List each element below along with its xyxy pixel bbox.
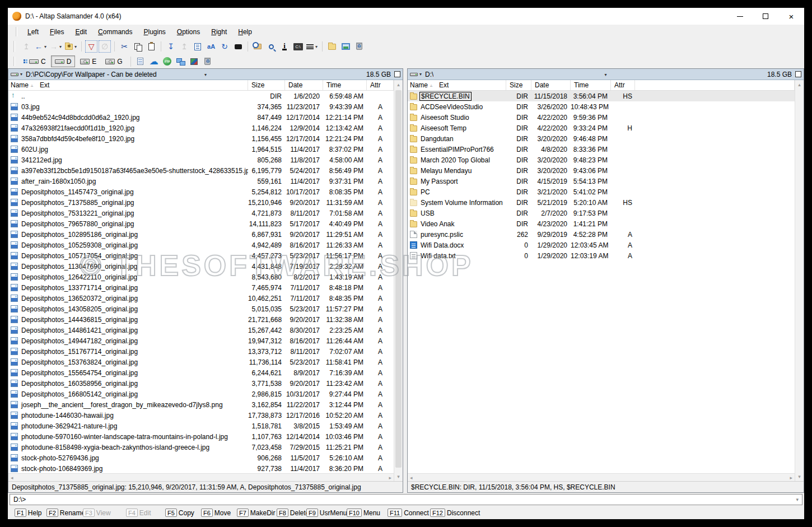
menu-commands[interactable]: Commands: [92, 26, 138, 38]
file-row[interactable]: photodune-1446030-hawaii.jpg17,738,87312…: [8, 410, 394, 421]
drive-g-button[interactable]: G: [101, 55, 126, 67]
picture-viewer-button[interactable]: [339, 40, 352, 53]
file-row[interactable]: 358a7dbbfd4d59c4befe8f10_1920.jpg1,156,4…: [8, 133, 394, 144]
cut-button[interactable]: ✂: [118, 40, 130, 53]
file-row[interactable]: My PassportDIR4/15/20195:54:13 PM: [408, 176, 795, 186]
file-row[interactable]: Depositphotos_149447182_original.jpg19,9…: [8, 335, 394, 346]
fkey-f2-rename[interactable]: F2Rename: [46, 509, 83, 517]
drive-d-button[interactable]: D: [51, 55, 76, 67]
fkey-f4-edit[interactable]: F4Edit: [126, 509, 165, 517]
scroll-down-icon[interactable]: ▾: [394, 472, 403, 481]
view-menu-button[interactable]: ▾: [305, 40, 319, 53]
column-header-name[interactable]: Name▵Ext: [408, 80, 506, 90]
scroll-right-icon[interactable]: ▸: [389, 475, 391, 481]
menu-edit[interactable]: Edit: [69, 26, 92, 38]
file-row[interactable]: PCDIR3/21/20205:41:02 PM: [408, 186, 795, 197]
file-row[interactable]: Depositphotos_166805142_original.jpg2,98…: [8, 389, 394, 399]
fkey-f8-delete[interactable]: F8Delete: [277, 509, 306, 517]
properties-button[interactable]: [192, 40, 204, 53]
file-row[interactable]: Depositphotos_102895186_original.jpg6,86…: [8, 229, 394, 240]
documents-shortcut-button[interactable]: [326, 40, 338, 53]
network-button[interactable]: [175, 55, 187, 68]
fkey-f6-move[interactable]: F6Move: [201, 509, 237, 517]
email-button[interactable]: [232, 40, 244, 53]
menu-right[interactable]: Right: [206, 26, 232, 38]
right-path-bar[interactable]: ▾ D:\ ▾ 18.5 GB: [408, 69, 804, 80]
file-row[interactable]: Depositphotos_105259308_original.jpg4,94…: [8, 240, 394, 250]
shell-window-button[interactable]: C:\: [292, 40, 304, 53]
column-header-attr[interactable]: Attr: [367, 80, 394, 90]
left-path-bar[interactable]: ▾ D:\PC\Copy\For Wallpaper - Can be dele…: [8, 69, 403, 80]
close-button[interactable]: ×: [778, 8, 804, 25]
parent-directory-button[interactable]: ↥: [20, 40, 32, 53]
file-row[interactable]: Depositphotos_144436815_original.jpg21,7…: [8, 314, 394, 325]
file-row[interactable]: ACDSeeVideoStudioDIR3/26/202010:48:43 PM: [408, 101, 795, 112]
file-row[interactable]: Depositphotos_144861421_original.jpg15,2…: [8, 325, 394, 335]
fkey-f10-menu[interactable]: F10Menu: [347, 509, 388, 517]
left-path-dropdown-icon[interactable]: ▾: [204, 72, 207, 77]
file-row[interactable]: photodune-8158498-xygia-beach-zakynthos-…: [8, 442, 394, 453]
file-row[interactable]: Depositphotos_113047690_original.jpg4,43…: [8, 261, 394, 272]
column-header-date[interactable]: Date: [531, 80, 571, 90]
file-row[interactable]: Aiseesoft StudioDIR4/22/20209:59:36 PM: [408, 112, 795, 123]
file-row[interactable]: EssentialPIMProPort766DIR4/8/20208:33:36…: [408, 144, 795, 155]
file-row[interactable]: March 2020 Top GlobalDIR3/20/20209:48:23…: [408, 155, 795, 165]
column-header-attr[interactable]: Attr: [611, 80, 635, 90]
scroll-track[interactable]: [795, 89, 804, 472]
file-row[interactable]: Video AnakDIR4/23/20201:41:21 PM: [408, 218, 795, 229]
drive-dropdown-icon[interactable]: ▾: [20, 72, 22, 77]
unpack-button[interactable]: ↥: [178, 40, 190, 53]
file-row[interactable]: after_rain-1680x1050.jpg559,16111/4/2017…: [8, 176, 394, 186]
file-row[interactable]: Depositphotos_151767714_original.jpg13,3…: [8, 346, 394, 357]
file-row[interactable]: USBDIR2/7/20209:17:53 PM: [408, 208, 795, 218]
file-row[interactable]: joseph__the_ancient__forest_dragon_by_mi…: [8, 399, 394, 410]
file-row[interactable]: 47a326938f21faecdd0f1d1b_1920.jpg1,146,2…: [8, 123, 394, 133]
column-header-size[interactable]: Size: [248, 80, 285, 90]
scroll-left-icon[interactable]: ◂: [410, 475, 413, 481]
column-header-ext[interactable]: Ext: [40, 81, 49, 89]
column-header-date[interactable]: Date: [285, 80, 323, 90]
fkey-f1-help[interactable]: F1Help: [15, 509, 46, 517]
drive-c-button[interactable]: C: [20, 55, 50, 67]
view-menu-button-dropdown-icon[interactable]: ▾: [315, 44, 318, 49]
scroll-up-icon[interactable]: ▴: [394, 80, 403, 89]
find-in-folder-button[interactable]: [251, 40, 264, 53]
column-header-ext[interactable]: Ext: [439, 81, 449, 89]
right-current-path[interactable]: D:\: [425, 71, 433, 78]
convert-button[interactable]: ↻: [218, 40, 231, 53]
file-row[interactable]: Depositphotos_71375885_original.jpg15,21…: [8, 197, 394, 208]
copy-button[interactable]: [132, 40, 144, 53]
file-row[interactable]: a397eb33f12bcb5e1d9150187a63f465ae3e50e5…: [8, 165, 394, 176]
scroll-thumb[interactable]: [395, 90, 402, 468]
back-button[interactable]: ←▾: [34, 40, 48, 53]
file-row[interactable]: Depositphotos_160358956_original.jpg3,77…: [8, 378, 394, 389]
hidden-filter-button[interactable]: ∅: [99, 40, 111, 53]
column-header-time[interactable]: Time: [323, 80, 367, 90]
maximize-button[interactable]: [753, 8, 778, 25]
recycle-bin-drive-button[interactable]: [202, 55, 214, 68]
drive-icon[interactable]: [11, 73, 18, 76]
fkey-f9-usrmenu[interactable]: F9UsrMenu: [306, 509, 347, 517]
filter-button[interactable]: ▽: [85, 40, 97, 53]
fkey-f11-connect[interactable]: F11Connect: [388, 509, 430, 517]
scroll-right-icon[interactable]: ▸: [790, 475, 792, 481]
back-button-dropdown-icon[interactable]: ▾: [44, 44, 46, 49]
right-vertical-scrollbar[interactable]: ▴ ▾: [795, 80, 804, 481]
file-row[interactable]: Aiseesoft TempDIR4/22/20209:33:24 PMH: [408, 123, 795, 133]
scroll-down-icon[interactable]: ▾: [795, 472, 804, 481]
scroll-up-icon[interactable]: ▴: [795, 80, 804, 89]
file-row[interactable]: ..DIR1/6/20206:59:48 AM: [8, 91, 394, 101]
fkey-f3-view[interactable]: F3View: [83, 509, 126, 517]
menu-left[interactable]: Left: [22, 26, 44, 38]
file-row[interactable]: photodune-3629421-nature-l.jpg1,518,7813…: [8, 421, 394, 431]
file-row[interactable]: Depositphotos_75313221_original.jpg4,721…: [8, 208, 394, 218]
fkey-f5-copy[interactable]: F5Copy: [165, 509, 201, 517]
drive-dropdown-icon[interactable]: ▾: [419, 72, 422, 77]
change-case-button[interactable]: aA: [205, 40, 217, 53]
fkey-f12-disconnect[interactable]: F12Disconnect: [430, 509, 480, 517]
file-row[interactable]: Depositphotos_11457473_original.jpg5,254…: [8, 186, 394, 197]
onedrive-button[interactable]: ☁: [148, 55, 160, 68]
command-line-input[interactable]: D:\> ▾: [10, 494, 802, 505]
file-row[interactable]: 44b9eb524c94d8bdcdd0d6a2_1920.jpg847,449…: [8, 112, 394, 123]
file-row[interactable]: 341212ed.jpg805,26811/8/20174:58:00 AMA: [8, 155, 394, 165]
